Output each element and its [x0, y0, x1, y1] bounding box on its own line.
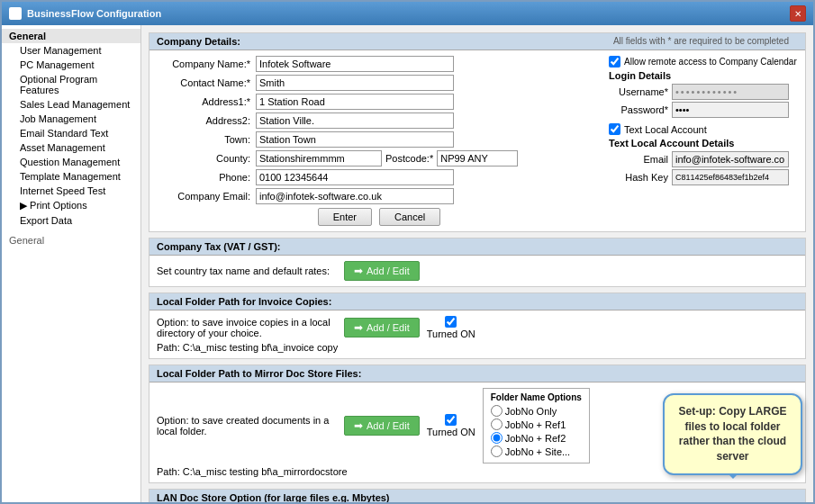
address2-label: Address2: [157, 115, 256, 126]
invoice-checkbox[interactable] [445, 316, 457, 328]
phone-input[interactable] [256, 169, 454, 185]
text-local-account-label: Text Local Account [624, 124, 707, 135]
invoice-path: Path: C:\a_misc testing bf\a_invoice cop… [157, 342, 798, 353]
login-details-title: Login Details [609, 70, 798, 81]
mirror-arrow-icon: ➡ [354, 419, 363, 432]
main-wrapper: Company Details: All fields with * are r… [141, 25, 813, 502]
right-panel: Allow remote access to Company Calendar … [609, 56, 798, 226]
title-bar-left: BusinessFlow Configuration [9, 7, 161, 20]
tax-add-edit-button[interactable]: ➡ Add / Edit [344, 261, 420, 281]
phone-row: Phone: [157, 169, 602, 185]
folder-radio-jobno-ref1[interactable] [491, 418, 503, 430]
invoice-option-row: Option: to save invoice copies in a loca… [157, 316, 798, 339]
postcode-label: Postcode:* [385, 153, 433, 164]
county-postcode-row: County: Postcode:* [157, 150, 602, 166]
tax-panel: Company Tax (VAT / GST): Set country tax… [149, 238, 806, 287]
mirror-checkbox[interactable] [445, 414, 457, 426]
password-row: Password* [609, 102, 798, 118]
sidebar-item-sales-lead[interactable]: Sales Lead Management [2, 97, 140, 112]
sidebar-item-user-management[interactable]: User Management [2, 43, 140, 58]
tax-arrow-icon: ➡ [354, 265, 363, 277]
email-input[interactable] [672, 151, 789, 167]
sidebar-item-template-management[interactable]: Template Management [2, 169, 140, 184]
folder-radio-jobno-only[interactable] [491, 405, 503, 417]
mirror-description: Option: to save created documents in a l… [157, 415, 337, 436]
invoice-panel-header: Local Folder Path for Invoice Copies: [149, 293, 805, 310]
folder-radio-jobno-site[interactable] [491, 446, 503, 457]
app-icon [9, 7, 22, 20]
company-details-top: Company Name:* Contact Name:* Address1:* [157, 56, 798, 226]
company-details-panel: Company Details: All fields with * are r… [149, 32, 806, 232]
company-details-header: Company Details: All fields with * are r… [149, 33, 805, 50]
tax-description: Set country tax name and default rates: [157, 266, 337, 276]
sidebar-item-job-management[interactable]: Job Management [2, 112, 140, 126]
company-email-row: Company Email: [157, 188, 602, 204]
lan-panel-header: LAN Doc Store Option (for large files e.… [149, 490, 805, 502]
invoice-panel-body: Option: to save invoice copies in a loca… [149, 310, 805, 358]
sidebar-item-print-options[interactable]: ▶ Print Options [2, 198, 140, 213]
folder-name-options: Folder Name Options JobNo Only JobNo + R… [483, 388, 590, 464]
folder-name-options-title: Folder Name Options [491, 392, 582, 402]
hashkey-label: Hash Key [609, 172, 672, 183]
email-row: Email [609, 151, 798, 167]
folder-option-jobno-ref2: JobNo + Ref2 [491, 432, 582, 444]
mirror-add-edit-button[interactable]: ➡ Add / Edit [344, 416, 420, 436]
hashkey-input[interactable] [672, 169, 789, 185]
text-local-account-checkbox[interactable] [609, 123, 620, 135]
sidebar-item-question-management[interactable]: Question Management [2, 155, 140, 169]
mirror-panel-header: Local Folder Path to Mirror Doc Store Fi… [149, 365, 805, 382]
address1-row: Address1:* [157, 94, 602, 110]
cancel-button[interactable]: Cancel [379, 208, 440, 226]
town-label: Town: [157, 134, 256, 145]
sidebar-item-export-data[interactable]: Export Data [2, 213, 140, 228]
enter-button[interactable]: Enter [318, 208, 372, 226]
sidebar-item-pc-management[interactable]: PC Management [2, 58, 140, 72]
sidebar: General User Management PC Management Op… [2, 25, 141, 502]
address1-label: Address1:* [157, 96, 256, 107]
town-row: Town: [157, 131, 602, 148]
content-area: General User Management PC Management Op… [2, 25, 813, 502]
sidebar-item-email-standard[interactable]: Email Standard Text [2, 126, 140, 140]
sidebar-item-optional-features[interactable]: Optional Program Features [2, 72, 140, 97]
sidebar-item-internet-speed[interactable]: Internet Speed Test [2, 184, 140, 198]
company-email-label: Company Email: [157, 191, 256, 202]
address2-row: Address2: [157, 112, 602, 129]
invoice-description: Option: to save invoice copies in a loca… [157, 317, 337, 338]
text-local-account-details-section: Text Local Account Details Email Hash Ke… [609, 138, 798, 185]
main-window: BusinessFlow Configuration ✕ General Use… [0, 0, 815, 504]
address2-input[interactable] [256, 112, 454, 129]
county-label: County: [157, 153, 256, 164]
password-label: Password* [609, 104, 672, 115]
form-buttons: Enter Cancel [157, 208, 602, 226]
company-name-input[interactable] [256, 56, 454, 72]
allow-remote-label: Allow remote access to Company Calendar [624, 57, 797, 67]
mirror-turned-on: Turned ON [427, 414, 475, 437]
sidebar-item-asset-management[interactable]: Asset Management [2, 140, 140, 155]
county-input[interactable] [256, 150, 382, 166]
folder-option-jobno-only: JobNo Only [491, 405, 582, 417]
phone-label: Phone: [157, 172, 256, 183]
contact-name-input[interactable] [256, 75, 454, 91]
lan-panel: LAN Doc Store Option (for large files e.… [149, 489, 806, 502]
tax-panel-body: Set country tax name and default rates: … [149, 256, 805, 286]
town-input[interactable] [256, 131, 454, 148]
company-email-input[interactable] [256, 188, 454, 204]
close-button[interactable]: ✕ [790, 5, 806, 22]
window-title: BusinessFlow Configuration [27, 8, 161, 19]
postcode-input[interactable] [437, 150, 518, 166]
folder-radio-jobno-ref2[interactable] [491, 432, 503, 444]
allow-remote-checkbox[interactable] [609, 56, 620, 68]
hashkey-row: Hash Key [609, 169, 798, 185]
login-details-section: Login Details Username* Password* [609, 70, 798, 118]
mirror-turned-on-label: Turned ON [427, 427, 475, 437]
sidebar-item-general[interactable]: General [2, 29, 140, 43]
username-label: Username* [609, 86, 672, 97]
company-form: Company Name:* Contact Name:* Address1:* [157, 56, 602, 226]
username-input[interactable] [672, 84, 789, 100]
password-input[interactable] [672, 102, 789, 118]
folder-option-jobno-site: JobNo + Site... [491, 446, 582, 457]
invoice-add-edit-button[interactable]: ➡ Add / Edit [344, 318, 420, 338]
tooltip-text: Set-up: Copy LARGE files to local folder… [679, 405, 787, 463]
address1-input[interactable] [256, 94, 454, 110]
contact-name-row: Contact Name:* [157, 75, 602, 91]
